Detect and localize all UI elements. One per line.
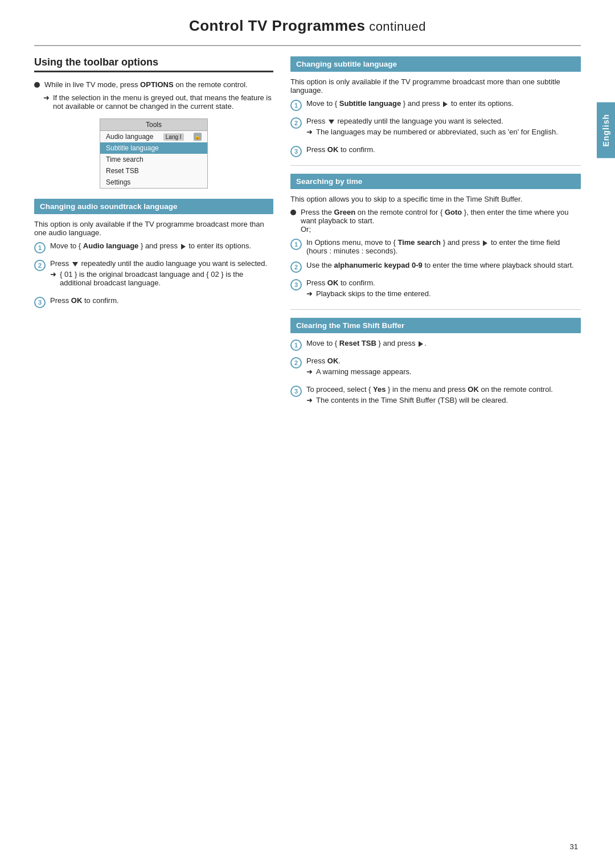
tsb-step-2-content: Press OK. ➜ A warning message appears. xyxy=(306,357,581,379)
triangle-down-icon xyxy=(72,262,78,267)
subtitle-step2-arrow: ➜ The languages may be numbered or abbre… xyxy=(306,128,581,136)
menu-item-settings: Settings xyxy=(100,177,207,188)
triangle-down-icon-s xyxy=(329,120,334,124)
menu-item-reset-tsb: Reset TSB xyxy=(100,165,207,177)
left-column: Using the toolbar options While in live … xyxy=(34,56,273,413)
tsb-step2-arrow-text: A warning message appears. xyxy=(316,367,412,376)
time-step-num-1: 1 xyxy=(290,239,302,250)
menu-item-time-search: Time search xyxy=(100,154,207,165)
triangle-right-icon-t xyxy=(483,240,487,246)
step-3-content: Press OK to confirm. xyxy=(50,296,273,305)
time-step-3: 3 Press OK to confirm. ➜ Playback skips … xyxy=(290,279,581,301)
section-divider-1 xyxy=(290,165,581,166)
menu-item-audio: Audio language Lang I 🔒 xyxy=(100,131,207,142)
arrow-icon-2: ➜ xyxy=(50,270,56,279)
step-num-1: 1 xyxy=(34,242,46,253)
audio-intro: This option is only available if the TV … xyxy=(34,220,273,237)
triangle-right-icon-tsb xyxy=(419,341,423,347)
time-step-2: 2 Use the alphanumeric keypad 0-9 to ent… xyxy=(290,261,581,273)
tsb-step-num-3: 3 xyxy=(290,386,302,397)
time-step-2-content: Use the alphanumeric keypad 0-9 to enter… xyxy=(306,261,581,269)
subsection-heading-time: Searching by time xyxy=(290,174,581,189)
time-step3-arrow-text: Playback skips to the time entered. xyxy=(316,289,431,298)
menu-item-time-search-label: Time search xyxy=(106,155,144,163)
arrow-bullet-1: ➜ If the selection in the menu is greyed… xyxy=(34,93,273,110)
subtitle-step-num-2: 2 xyxy=(290,117,302,129)
tsb-step-1-content: Move to { Reset TSB } and press . xyxy=(306,339,581,347)
menu-item-reset-tsb-label: Reset TSB xyxy=(106,167,139,175)
lock-icon: 🔒 xyxy=(194,133,202,141)
page-title: Control TV Programmes continued xyxy=(34,17,581,35)
time-step-num-2: 2 xyxy=(290,261,302,273)
bullet-green-text: Press the Green on the remote control fo… xyxy=(301,208,581,234)
subtitle-step-num-1: 1 xyxy=(290,100,302,111)
arrow-icon-t3: ➜ xyxy=(306,289,313,298)
page-title-continued: continued xyxy=(366,19,427,34)
page-title-bold: Control TV Programmes xyxy=(189,17,366,34)
two-column-layout: Using the toolbar options While in live … xyxy=(34,56,581,413)
tsb-step-3-content: To proceed, select { Yes } in the menu a… xyxy=(306,385,581,408)
subtitle-step-3: 3 Press OK to confirm. xyxy=(290,145,581,157)
tsb-step-num-1: 1 xyxy=(290,339,302,351)
time-step-num-3: 3 xyxy=(290,279,302,290)
step-num-3: 3 xyxy=(34,297,46,308)
tsb-step2-arrow: ➜ A warning message appears. xyxy=(306,367,581,376)
title-divider xyxy=(34,45,581,46)
subtitle-step-1: 1 Move to { Subtitle language } and pres… xyxy=(290,99,581,111)
page-container: English Control TV Programmes continued … xyxy=(0,0,615,868)
menu-item-subtitle-label: Subtitle language xyxy=(106,144,159,152)
subtitle-step-2-content: Press repeatedly until the language you … xyxy=(306,117,581,140)
audio-step-1: 1 Move to { Audio language } and press t… xyxy=(34,241,273,253)
bullet-item-1: While in live TV mode, press OPTIONS on … xyxy=(34,80,273,89)
step-1-content: Move to { Audio language } and press to … xyxy=(50,241,273,250)
right-column: Changing subtitle language This option i… xyxy=(290,56,581,413)
time-intro: This option allows you to skip to a spec… xyxy=(290,195,581,203)
audio-step-3: 3 Press OK to confirm. xyxy=(34,296,273,308)
step-num-2: 2 xyxy=(34,260,46,271)
subtitle-step-num-3: 3 xyxy=(290,146,302,157)
tsb-step-2: 2 Press OK. ➜ A warning message appears. xyxy=(290,357,581,379)
subtitle-step-2: 2 Press repeatedly until the language yo… xyxy=(290,117,581,140)
subtitle-intro: This option is only available if the TV … xyxy=(290,77,581,95)
menu-item-audio-label: Audio language xyxy=(106,133,153,141)
section-heading-toolbar: Using the toolbar options xyxy=(34,56,273,72)
bullet-dot xyxy=(34,82,40,88)
menu-title: Tools xyxy=(100,119,207,131)
tsb-step-3: 3 To proceed, select { Yes } in the menu… xyxy=(290,385,581,408)
time-step-3-content: Press OK to confirm. ➜ Playback skips to… xyxy=(306,279,581,301)
arrow-icon: ➜ xyxy=(43,93,50,102)
page-number: 31 xyxy=(570,842,578,851)
subtitle-step2-arrow-text: The languages may be numbered or abbrevi… xyxy=(316,128,558,136)
time-step-1: 1 In Options menu, move to { Time search… xyxy=(290,238,581,255)
tsb-step3-arrow: ➜ The contents in the Time Shift Buffer … xyxy=(306,396,581,404)
arrow-icon-tsb3: ➜ xyxy=(306,396,313,404)
menu-item-settings-label: Settings xyxy=(106,178,130,186)
tsb-step-1: 1 Move to { Reset TSB } and press . xyxy=(290,339,581,351)
bullet-green: Press the Green on the remote control fo… xyxy=(290,208,581,234)
arrow-icon-s2: ➜ xyxy=(306,128,313,136)
tsb-step3-arrow-text: The contents in the Time Shift Buffer (T… xyxy=(316,396,508,404)
subtitle-step-3-content: Press OK to confirm. xyxy=(306,145,581,154)
subsection-heading-subtitle: Changing subtitle language xyxy=(290,56,581,72)
tools-menu: Tools Audio language Lang I 🔒 Subtitle l… xyxy=(100,118,208,189)
menu-item-subtitle: Subtitle language xyxy=(100,142,207,154)
time-step-1-content: In Options menu, move to { Time search }… xyxy=(306,238,581,255)
time-step3-arrow: ➜ Playback skips to the time entered. xyxy=(306,289,581,298)
tsb-step-num-2: 2 xyxy=(290,357,302,369)
bullet-dot-green xyxy=(290,210,296,215)
triangle-right-icon xyxy=(181,244,186,249)
step2-arrow-text: { 01 } is the original broadcast languag… xyxy=(60,270,273,287)
audio-step-2: 2 Press repeatedly until the audio langu… xyxy=(34,259,273,290)
subsection-heading-audio: Changing audio soundtrack language xyxy=(34,199,273,214)
subtitle-step-1-content: Move to { Subtitle language } and press … xyxy=(306,99,581,108)
step-2-content: Press repeatedly until the audio languag… xyxy=(50,259,273,290)
language-tab: English xyxy=(597,103,615,158)
step2-arrow-1: ➜ { 01 } is the original broadcast langu… xyxy=(50,270,273,287)
lang-badge: Lang I xyxy=(163,133,184,141)
subsection-heading-tsb: Clearing the Time Shift Buffer xyxy=(290,318,581,333)
triangle-right-icon-s xyxy=(443,101,448,107)
bullet-text-1: While in live TV mode, press OPTIONS on … xyxy=(44,80,248,89)
section-divider-2 xyxy=(290,309,581,310)
arrow-icon-tsb2: ➜ xyxy=(306,367,313,376)
arrow-text-1: If the selection in the menu is greyed o… xyxy=(53,93,273,110)
